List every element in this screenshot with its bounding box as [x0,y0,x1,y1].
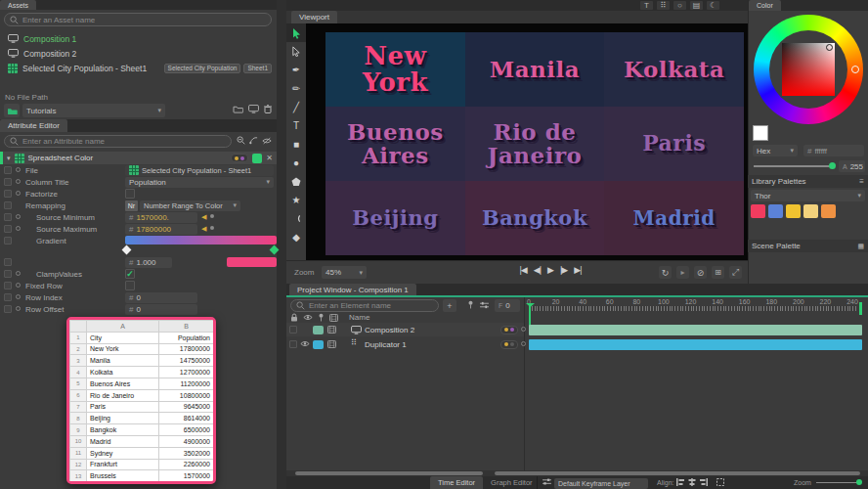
city-tile[interactable]: Buenos Aires [326,107,465,181]
film-icon[interactable] [329,314,338,322]
diamond-tool[interactable]: ◆ [286,228,306,246]
line-tool[interactable]: ╱ [286,98,306,116]
timeline-track-bar[interactable] [529,339,862,350]
mask-icon[interactable]: ○ [673,1,686,10]
frame-field[interactable]: F 0 [495,299,520,312]
lock-slot[interactable] [289,340,297,348]
layer-color-swatch[interactable] [313,340,324,349]
duplicate-icon[interactable]: ⊞ [712,266,724,279]
keyframe-toggle[interactable] [16,226,21,231]
mute-icon[interactable]: ⊘ [694,266,707,279]
city-tile[interactable]: Paris [604,107,744,181]
enable-checkbox[interactable] [4,178,12,186]
number-field[interactable]: #1570000. [125,212,197,223]
slider-handle[interactable] [856,479,862,485]
keyframe-layer-select[interactable]: Default Keyframe Layer [554,478,648,489]
keyframe-toggle[interactable] [16,271,21,276]
folder-select[interactable]: Tutorials▾ [22,104,165,117]
hex-input[interactable]: # ffffff [803,145,864,156]
step-forward-button[interactable]: |▶ [560,265,567,275]
enable-checkbox[interactable] [4,190,12,198]
chevron-down-icon[interactable]: ▾ [7,155,11,162]
city-tile[interactable]: Rio de Janeiro [465,107,605,181]
gradient-color-swatch[interactable] [227,257,277,267]
alpha-field[interactable]: A 255 [839,160,865,172]
close-icon[interactable]: ✕ [266,154,273,162]
trace-icon[interactable] [249,136,258,145]
star-tool[interactable]: ★ [286,191,306,209]
play-button[interactable]: ▶ [547,265,553,275]
timeline-track-bar[interactable] [529,325,862,335]
dropdown-column-title[interactable]: Population▾ [125,177,274,188]
enable-checkbox[interactable] [4,258,12,266]
file-value[interactable]: Selected City Population - Sheet1 [125,165,274,176]
render-icon[interactable]: ▤ [690,1,703,10]
left-scroll-lane[interactable] [277,0,286,489]
sliders-icon[interactable] [480,300,489,309]
checkbox[interactable]: ✓ [125,269,135,279]
enable-checkbox[interactable] [4,201,12,209]
range-end-marker[interactable] [859,302,862,315]
keyframe-toggle[interactable] [16,191,21,196]
palette-swatch[interactable] [786,204,801,218]
prev-keyframe-icon[interactable]: ◀ [201,213,206,221]
enable-checkbox[interactable] [4,166,12,174]
gradient-position-field[interactable]: #1.000 [125,257,172,268]
city-tile[interactable]: New York [326,32,465,107]
keyframe-toggle[interactable] [16,283,21,288]
text-tool[interactable]: T [286,116,306,135]
eye-icon[interactable] [303,314,313,321]
keyframe-toggle[interactable] [16,214,21,219]
palette-swatch[interactable] [803,204,818,218]
h-scrollbar[interactable] [295,471,483,475]
theme-icon[interactable]: ☾ [707,1,719,10]
tab-viewport[interactable]: Viewport [291,11,337,23]
keyframe-dot-icon[interactable] [210,226,214,230]
proxy-play-icon[interactable]: ▸ [676,266,689,279]
keyframe-badge[interactable] [500,340,518,349]
remap-dropdown[interactable]: Number Range To Color▾ [140,200,240,211]
color-wheel[interactable] [754,15,863,124]
enable-checkbox[interactable] [4,305,12,313]
pin-icon[interactable] [467,300,474,309]
tab-time-editor[interactable]: Time Editor [430,476,483,489]
step-back-button[interactable]: ◀| [534,265,541,275]
sv-selector[interactable] [826,44,833,51]
asset-search-input[interactable]: Enter an Asset name [4,13,272,26]
enable-checkbox[interactable] [4,282,12,289]
h-scrollbar[interactable] [495,471,860,475]
palette-swatch[interactable] [768,204,783,218]
city-tile[interactable]: Kolkata [604,32,744,107]
bottom-zoom-slider[interactable] [816,482,859,484]
polygon-tool[interactable] [286,172,306,191]
visibility-slot[interactable] [300,326,310,333]
enable-toggle[interactable] [252,154,262,163]
viewport-canvas[interactable]: New York Manila Kolkata Buenos Aires Rio… [306,23,748,260]
keyframe-filter-icon[interactable] [542,478,551,486]
checkbox[interactable] [125,189,135,199]
asset-item[interactable]: Selected City Population - Sheet1 Select… [8,61,274,75]
gradient-bar[interactable] [125,236,277,244]
tab-graph-editor[interactable]: Graph Editor [483,476,541,489]
hex-mode-select[interactable]: Hex▾ [753,145,798,156]
number-field[interactable]: #0 [125,292,197,303]
sync-icon[interactable]: ↻ [659,266,672,279]
city-tile[interactable]: Beijing [326,181,465,255]
pen-tool[interactable]: ✒ [286,61,306,79]
asset-item[interactable]: Composition 1 [8,31,274,46]
menu-icon[interactable]: ≡ [859,177,864,186]
alpha-slider[interactable] [754,165,832,167]
keyframe-badge[interactable] [231,154,248,162]
align-right-icon[interactable] [700,478,708,486]
fit-view-icon[interactable]: ⤢ [729,266,742,279]
attribute-search-input[interactable]: Enter an Attribute name [4,135,232,148]
folder-icon[interactable] [233,105,243,113]
number-field[interactable]: #0 [125,304,197,315]
tab-assets[interactable]: Assets [0,0,36,10]
layer-row[interactable]: ⠿ Duplicator 1 [286,337,524,351]
rectangle-tool[interactable]: ■ [286,135,306,154]
keyframe-toggle[interactable] [16,306,21,311]
enable-checkbox[interactable] [4,225,12,233]
playhead-line[interactable] [529,303,531,327]
direct-select-tool[interactable] [286,42,306,61]
